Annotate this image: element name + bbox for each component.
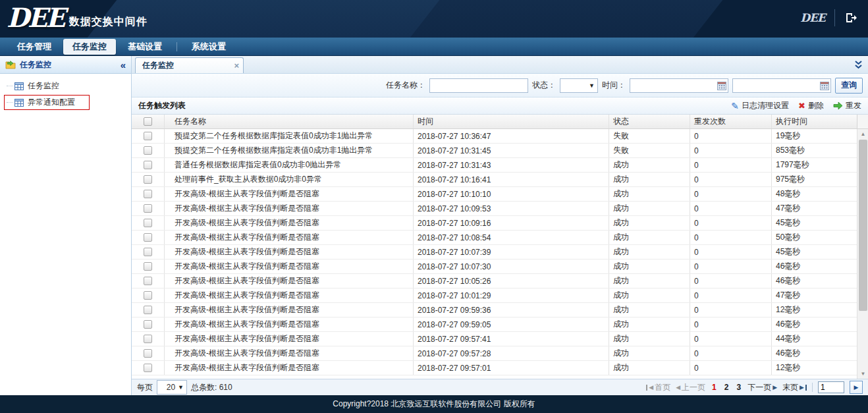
task-name-cell: 预提交第二个任务根据数据库指定表值0成功非1抛出异常: [165, 129, 414, 143]
resend-button[interactable]: 重发: [833, 100, 861, 111]
delete-button[interactable]: ✖ 删除: [798, 100, 824, 111]
col-status[interactable]: 状态: [609, 115, 690, 128]
tab-close-icon[interactable]: ×: [234, 63, 239, 69]
logout-icon[interactable]: [844, 11, 857, 24]
row-checkbox[interactable]: [144, 161, 152, 169]
per-page-select[interactable]: 20 ▼: [157, 380, 187, 395]
row-checkbox[interactable]: [144, 364, 152, 372]
nav-item-task-monitor[interactable]: 任务监控: [63, 39, 116, 55]
exec-time-cell: 1797毫秒: [772, 158, 857, 172]
scroll-down-icon[interactable]: ▼: [857, 369, 868, 379]
calendar-icon[interactable]: [820, 81, 829, 92]
pagination-divider: [812, 383, 813, 392]
table-row[interactable]: 开发高级-根据主从表字段值判断是否阻塞 2018-07-27 10:05:26 …: [132, 274, 868, 289]
sidebar-collapse-icon[interactable]: «: [121, 59, 126, 70]
dropdown-arrow-icon: ▼: [178, 384, 184, 391]
page-number[interactable]: 3: [735, 383, 742, 392]
table-row[interactable]: 开发高级-根据主从表字段值判断是否阻塞 2018-07-27 09:57:41 …: [132, 332, 868, 346]
time-label: 时间：: [602, 80, 626, 91]
select-all-checkbox[interactable]: [144, 117, 152, 126]
row-checkbox[interactable]: [144, 146, 152, 155]
table-row[interactable]: 开发高级-根据主从表字段值判断是否阻塞 2018-07-27 10:07:30 …: [132, 260, 868, 274]
time-cell: 2018-07-27 10:05:26: [414, 274, 609, 288]
row-checkbox[interactable]: [144, 132, 152, 140]
row-checkbox[interactable]: [144, 320, 152, 329]
row-checkbox[interactable]: [144, 335, 152, 343]
row-checkbox[interactable]: [144, 349, 152, 358]
status-select[interactable]: ▼: [560, 78, 598, 93]
row-checkbox[interactable]: [144, 175, 152, 184]
row-checkbox[interactable]: [144, 306, 152, 314]
query-button[interactable]: 查询: [835, 78, 863, 94]
status-cell: 成功: [609, 274, 690, 288]
task-name-input[interactable]: [429, 78, 528, 93]
table-row[interactable]: 开发高级-根据主从表字段值判断是否阻塞 2018-07-27 10:09:53 …: [132, 202, 868, 216]
sidebar-item-exception-notify-config[interactable]: 异常通知配置: [0, 94, 131, 111]
sidebar-item-task-monitor[interactable]: 任务监控: [0, 78, 131, 94]
row-checkbox[interactable]: [144, 190, 152, 198]
row-checkbox[interactable]: [144, 291, 152, 300]
delete-label: 删除: [808, 100, 824, 111]
table-row[interactable]: 开发高级-根据主从表字段值判断是否阻塞 2018-07-27 09:59:36 …: [132, 303, 868, 317]
time-cell: 2018-07-27 10:16:41: [414, 173, 609, 186]
row-checkbox[interactable]: [144, 248, 152, 256]
first-page-button[interactable]: ◀ 首页: [646, 382, 670, 393]
page-number[interactable]: 1: [711, 383, 718, 392]
nav-item-system-settings[interactable]: 系统设置: [182, 39, 235, 55]
row-checkbox[interactable]: [144, 277, 152, 285]
page-number[interactable]: 2: [723, 383, 730, 392]
prev-page-button[interactable]: ◀ 上一页: [676, 382, 705, 393]
nav-item-basic-settings[interactable]: 基础设置: [119, 39, 171, 55]
right-arrow-icon: ▶: [773, 384, 777, 391]
scrollbar-thumb[interactable]: [859, 140, 867, 311]
row-checkbox[interactable]: [144, 204, 152, 213]
col-retry-count[interactable]: 重发次数: [690, 115, 772, 128]
time-cell: 2018-07-27 09:59:36: [414, 303, 609, 317]
table-row[interactable]: 开发高级-根据主从表字段值判断是否阻塞 2018-07-27 10:07:39 …: [132, 245, 868, 260]
table-row[interactable]: 开发高级-根据主从表字段值判断是否阻塞 2018-07-27 09:57:28 …: [132, 346, 868, 361]
table-row[interactable]: 开发高级-根据主从表字段值判断是否阻塞 2018-07-27 10:09:16 …: [132, 216, 868, 231]
row-checkbox[interactable]: [144, 233, 152, 242]
goto-page-button[interactable]: ▶: [850, 381, 863, 394]
table-row[interactable]: 开发高级-根据主从表字段值判断是否阻塞 2018-07-27 10:01:29 …: [132, 289, 868, 303]
red-x-icon: ✖: [798, 101, 805, 111]
goto-page-input[interactable]: [818, 381, 844, 393]
vertical-scrollbar[interactable]: ▲ ▼: [857, 129, 868, 379]
next-page-button[interactable]: 下一页 ▶: [747, 382, 777, 393]
tab-strip: 任务监控 ×: [132, 56, 868, 74]
table-row[interactable]: 开发高级-根据主从表字段值判断是否阻塞 2018-07-27 10:10:10 …: [132, 187, 868, 202]
nav-item-task-management[interactable]: 任务管理: [8, 39, 61, 55]
prev-page-label: 上一页: [682, 382, 705, 393]
row-checkbox[interactable]: [144, 262, 152, 271]
table-row[interactable]: 处理前事件_获取主从表数据0成功非0异常 2018-07-27 10:16:41…: [132, 173, 868, 187]
time-cell: 2018-07-27 10:09:53: [414, 202, 609, 215]
exec-time-cell: 12毫秒: [772, 303, 857, 317]
table-row[interactable]: 开发高级-根据主从表字段值判断是否阻塞 2018-07-27 09:59:05 …: [132, 317, 868, 332]
panel-collapse-chevrons-icon[interactable]: [854, 60, 863, 71]
scroll-up-icon[interactable]: ▲: [857, 129, 868, 139]
row-checkbox[interactable]: [144, 219, 152, 227]
col-task-name[interactable]: 任务名称: [165, 115, 414, 128]
main-nav: 任务管理 任务监控 基础设置 系统设置: [0, 38, 868, 56]
table-row[interactable]: 普通任务根据数据库指定表值0成功非0抛出异常 2018-07-27 10:31:…: [132, 158, 868, 173]
log-clean-settings-button[interactable]: ✎ 日志清理设置: [731, 100, 789, 111]
table-row[interactable]: 预提交第二个任务根据数据库指定表值0成功非1抛出异常 2018-07-27 10…: [132, 129, 868, 144]
last-page-button[interactable]: 末页 ▶: [782, 382, 807, 393]
resend-label: 重发: [846, 100, 861, 111]
table-row[interactable]: 开发高级-根据主从表字段值判断是否阻塞 2018-07-27 10:08:54 …: [132, 231, 868, 245]
app-title: 数据交换中间件: [69, 15, 148, 29]
status-label: 状态：: [532, 80, 556, 91]
time-from-input[interactable]: [630, 78, 728, 93]
table-row[interactable]: 预提交第二个任务根据数据库指定表值0成功非1抛出异常 2018-07-27 10…: [132, 144, 868, 158]
red-highlight-box: [4, 95, 90, 110]
tab-task-monitor[interactable]: 任务监控 ×: [135, 57, 244, 73]
calendar-icon[interactable]: [717, 81, 726, 92]
exec-time-cell: 45毫秒: [772, 216, 857, 230]
right-arrow-icon: ▶: [800, 384, 804, 391]
table-row[interactable]: 开发高级-根据主从表字段值判断是否阻塞 2018-07-27 09:57:01 …: [132, 361, 868, 375]
time-to-input[interactable]: [732, 78, 831, 93]
col-exec-time[interactable]: 执行时间: [772, 115, 857, 128]
col-time[interactable]: 时间: [414, 115, 609, 128]
status-cell: 失败: [609, 129, 690, 143]
task-name-cell: 开发高级-根据主从表字段值判断是否阻塞: [165, 260, 414, 273]
